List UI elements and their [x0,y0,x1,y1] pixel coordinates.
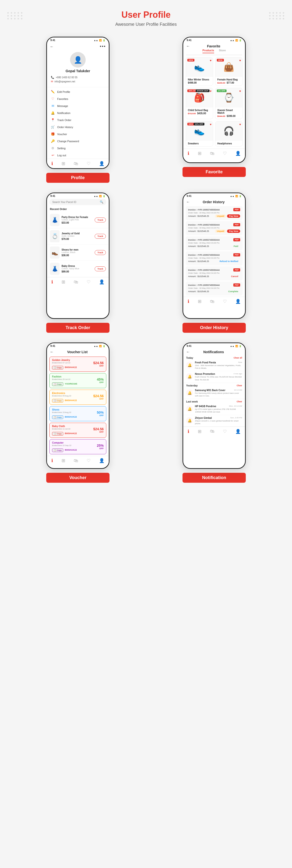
menu-logout[interactable]: ↩ Log out [49,152,107,159]
menu-notification[interactable]: 🔔 Notification [49,110,107,117]
nav-profile[interactable]: 👤 [235,429,241,434]
dot [269,15,270,17]
heart-icon[interactable]: ♥ [239,123,241,126]
nav-heart[interactable]: ♡ [223,299,227,304]
nav-grid[interactable]: ⊞ [198,151,202,156]
pdf-badge[interactable]: PDF [233,253,240,256]
clear-all-button[interactable]: Clear all [234,356,242,359]
invoice-amount-row: Amount : $102548.25 Complete [188,290,240,293]
status-bar: 9:41 ▲▲ 📶 🔋 [47,37,109,43]
nav-shop[interactable]: 🛍 [210,151,214,156]
back-arrow[interactable]: ← [50,44,54,49]
menu-setting[interactable]: ⚙ Setting [49,145,107,152]
back-arrow[interactable]: ← [50,350,54,354]
copy-button[interactable]: 📋 Copy [52,432,63,436]
voucher-shop: Golden Jewelry [52,359,93,362]
menu-favorites[interactable]: ♡ Favorites [49,95,107,102]
tab-store[interactable]: Store [219,49,226,53]
pdf-badge[interactable]: PDF [233,283,240,286]
nav-shop[interactable]: 🛍 [210,299,214,304]
tab-products[interactable]: Products [202,49,214,53]
nav-profile[interactable]: 👤 [235,299,241,304]
copy-button[interactable]: 📋 Copy [52,415,63,419]
clear-lastweek-button[interactable]: Clear [236,400,242,403]
clear-yesterday-button[interactable]: Clear [236,384,242,387]
pdf-badge[interactable]: PDF [233,223,240,226]
nav-grid[interactable]: ⊞ [198,429,202,434]
pdf-badge[interactable]: PDF [233,208,240,211]
back-arrow[interactable]: ← [186,200,190,204]
menu-change-password[interactable]: 🔑 Change Password [49,137,107,145]
nav-heart[interactable]: ♡ [223,429,227,434]
notification-label-button[interactable]: Notification [182,473,246,483]
track-order-label-button[interactable]: Track Order [46,323,110,333]
nav-info[interactable]: ℹ [51,458,53,463]
copy-button[interactable]: 📋 Copy [52,399,63,403]
order-name: Baby Dress [62,265,93,268]
nav-grid[interactable]: ⊞ [62,458,65,463]
track-button[interactable]: Track [95,267,106,271]
nav-grid[interactable]: ⊞ [62,279,65,285]
search-input[interactable] [52,201,98,204]
nav-heart[interactable]: ♡ [87,458,90,463]
nav-shop[interactable]: 🛍 [74,280,78,285]
favorite-label-button[interactable]: Favorite [182,167,246,177]
order-item: 👗 Party Dress for Female Cotton, Light P… [47,212,109,228]
pdf-badge[interactable]: PDF [233,268,240,272]
menu-message[interactable]: ✉ Message [49,102,107,110]
heart-icon[interactable]: ♥ [239,59,241,62]
heart-icon[interactable]: ♥ [239,89,241,93]
nav-shop[interactable]: 🛍 [74,458,78,463]
nav-heart[interactable]: ♡ [87,279,90,285]
menu-voucher[interactable]: 🎁 Voucher [49,130,107,137]
nav-info[interactable]: ℹ [187,429,189,434]
pdf-badge[interactable]: PDF [233,238,240,241]
menu-edit-profile[interactable]: ✏️ Edit Profile [49,88,107,95]
discount-badge: 1% OFF [217,89,227,92]
track-button[interactable]: Track [95,234,106,239]
menu-label: Log out [57,154,66,157]
menu-track-order[interactable]: 📍 Track Order [49,117,107,123]
phone-contact: 📞 +880 1400 62 00 55 [51,76,105,79]
nav-profile[interactable]: 👤 [99,279,105,285]
product-name: Nike Winter Shoes [188,78,211,81]
nav-shop[interactable]: 🛍 [210,429,214,434]
nav-profile[interactable]: 👤 [99,161,105,166]
nav-shop[interactable]: 🛍 [74,161,78,166]
dot [7,15,9,17]
back-arrow[interactable]: ← [186,350,190,354]
profile-label-button[interactable]: Profile [46,173,110,183]
dot [283,15,284,17]
copy-button[interactable]: 📋 Copy [52,382,63,386]
nav-profile[interactable]: 👤 [235,151,241,156]
profile-avatar-section: 👤 Gopal Talukder [47,50,109,76]
search-bar[interactable]: 🔍 [49,199,106,205]
nav-info[interactable]: ℹ [187,151,189,156]
order-item: 👞 Shoes for men Leather, Black $38.00 Tr… [47,245,109,261]
back-arrow[interactable]: ← [186,44,190,49]
nav-info[interactable]: ℹ [51,279,53,285]
voucher-label-button[interactable]: Voucher [46,473,110,483]
order-history-label-button[interactable]: Order History [182,323,246,333]
fav-tabs: Products Store [186,49,242,55]
voucher-shop: Fashion [52,375,97,378]
copy-button[interactable]: 📋 Copy [52,366,63,369]
nav-grid[interactable]: ⊞ [198,299,202,304]
nav-heart[interactable]: ♡ [223,151,227,156]
heart-icon[interactable]: ♥ [210,59,211,62]
heart-icon[interactable]: ♥ [210,89,211,93]
nav-info[interactable]: ℹ [51,161,53,166]
track-button[interactable]: Track [95,218,106,222]
nav-heart[interactable]: ♡ [87,161,90,166]
menu-order-history[interactable]: 🛒 Order History [49,123,107,130]
copy-button[interactable]: 📋 Copy [52,448,63,452]
nav-profile[interactable]: 👤 [99,458,105,463]
nav-info[interactable]: ℹ [187,299,189,304]
track-button[interactable]: Track [95,250,106,255]
nav-grid[interactable]: ⊞ [62,161,65,166]
pay-now-button[interactable]: Pay Now [227,229,240,233]
pay-now-button[interactable]: Pay Now [227,214,240,218]
voucher-left: Shoes Ended time 15 Aug 22 📋 Copy B0ISHA… [52,408,97,419]
heart-icon[interactable]: ♥ [210,123,211,126]
more-options[interactable]: ••• [100,44,106,49]
